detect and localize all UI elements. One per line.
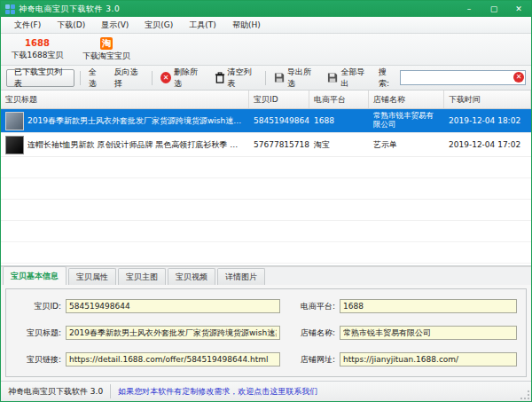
maximize-button[interactable]: ▢ [481, 1, 506, 17]
item-title-field[interactable] [66, 326, 280, 340]
platform-label: 电商平台: [280, 301, 335, 312]
close-button[interactable]: ✕ [506, 1, 531, 17]
list-toolbar: 已下载宝贝列表 全选 反向选择 ✕ 删除所选 清空列表 导出所选 [1, 66, 531, 91]
statusbar: 神奇电商宝贝下载软件 3.0 如果您对本软件有定制修改需求，欢迎点击这里联系我们 [1, 381, 531, 401]
contact-us-link[interactable]: 如果您对本软件有定制修改需求，欢迎点击这里联系我们 [118, 386, 317, 398]
search-input[interactable] [400, 70, 526, 85]
search-label: 搜索: [379, 67, 396, 90]
detail-panel: 宝贝ID: 宝贝标题: 宝贝链接: 电商平台: 店铺名称: 店铺网址: [1, 285, 531, 381]
export-selected-button[interactable]: 导出所选 [271, 65, 320, 91]
tab-video[interactable]: 宝贝视频 [168, 268, 215, 285]
main-toolbar: 1688 下载1688宝贝 淘 下载淘宝宝贝 [1, 34, 531, 66]
resize-grip[interactable] [520, 390, 529, 399]
empty-row [1, 200, 531, 221]
separator [265, 71, 266, 85]
product-thumbnail [5, 112, 24, 130]
taobao-logo-icon: 淘 [100, 37, 113, 50]
clear-search-icon[interactable]: ✕ [513, 72, 524, 83]
col-shop[interactable]: 店铺名称 [369, 91, 444, 108]
menu-help[interactable]: 帮助(H) [224, 18, 269, 33]
window-title: 神奇电商宝贝下载软件 3.0 [19, 4, 120, 15]
minimize-button[interactable]: – [457, 1, 481, 17]
save-icon [274, 72, 285, 83]
platform-field[interactable] [340, 299, 517, 313]
delete-icon: ✕ [160, 72, 171, 83]
shop-url-label: 店铺网址: [280, 354, 335, 366]
item-link-label: 宝贝链接: [10, 354, 61, 366]
menu-tools[interactable]: 工具(T) [181, 18, 224, 33]
trash-icon [215, 72, 225, 84]
downloaded-list-button[interactable]: 已下载宝贝列表 [6, 69, 74, 87]
menu-view[interactable]: 显示(V) [93, 18, 137, 33]
empty-row [1, 178, 531, 200]
basic-info-groupbox: 宝贝ID: 宝贝标题: 宝贝链接: 电商平台: 店铺名称: 店铺网址: [5, 288, 527, 377]
menu-item[interactable]: 宝贝(G) [137, 18, 181, 33]
separator [80, 71, 81, 85]
select-all-button[interactable]: 全选 [86, 65, 106, 91]
separator [110, 384, 111, 398]
tab-basic-info[interactable]: 宝贝基本信息 [3, 266, 66, 285]
invert-selection-button[interactable]: 反向选择 [112, 65, 147, 91]
table-row[interactable]: 2019春季新款男士风衣外套批发厂家货源跨境货源wish速卖通亚 5845194… [1, 109, 531, 133]
downloaded-items-table: 宝贝标题 宝贝ID 电商平台 店铺名称 下载时间 2019春季新款男士风衣外套批… [1, 91, 531, 266]
download-1688-button[interactable]: 1688 下载1688宝贝 [4, 35, 70, 64]
item-title-label: 宝贝标题: [10, 327, 61, 339]
save-icon [327, 72, 338, 83]
menubar: 文件(F) 下载(D) 显示(V) 宝贝(G) 工具(T) 帮助(H) [1, 17, 531, 34]
export-all-button[interactable]: 全部导出 [325, 65, 373, 91]
shop-url-field[interactable] [340, 352, 517, 367]
empty-row [1, 157, 531, 178]
1688-logo-icon: 1688 [25, 38, 50, 49]
delete-selected-button[interactable]: ✕ 删除所选 [158, 65, 207, 91]
separator [152, 71, 153, 85]
clear-list-button[interactable]: 清空列表 [212, 65, 261, 91]
table-row[interactable]: 连帽长袖t恤男新款 原创设计师品牌 黑色高领打底衫秋季 暗黑小众 5767781… [1, 133, 531, 157]
item-id-field[interactable] [66, 299, 280, 313]
shop-name-field[interactable] [340, 326, 517, 340]
col-id[interactable]: 宝贝ID [249, 91, 309, 108]
tab-detail-images[interactable]: 详情图片 [217, 268, 265, 285]
titlebar: 神奇电商宝贝下载软件 3.0 – ▢ ✕ [1, 1, 531, 17]
shop-name-label: 店铺名称: [280, 327, 335, 339]
menu-download[interactable]: 下载(D) [49, 18, 93, 33]
item-id-label: 宝贝ID: [10, 301, 61, 312]
table-header: 宝贝标题 宝贝ID 电商平台 店铺名称 下载时间 [1, 91, 531, 109]
status-app-name: 神奇电商宝贝下载软件 3.0 [8, 386, 103, 398]
detail-tabstrip: 宝贝基本信息 宝贝属性 宝贝主图 宝贝视频 详情图片 [1, 266, 531, 285]
app-window: 神奇电商宝贝下载软件 3.0 – ▢ ✕ 文件(F) 下载(D) 显示(V) 宝… [0, 0, 532, 402]
empty-row [1, 242, 531, 264]
download-taobao-button[interactable]: 淘 下载淘宝宝贝 [74, 35, 139, 64]
product-thumbnail [5, 136, 24, 154]
col-time[interactable]: 下载时间 [444, 91, 531, 108]
empty-row [1, 221, 531, 242]
col-title[interactable]: 宝贝标题 [1, 91, 249, 108]
item-link-field[interactable] [66, 352, 280, 367]
col-platform[interactable]: 电商平台 [309, 91, 369, 108]
menu-file[interactable]: 文件(F) [6, 18, 49, 33]
app-icon [5, 4, 15, 14]
tab-attributes[interactable]: 宝贝属性 [68, 268, 116, 285]
tab-main-images[interactable]: 宝贝主图 [118, 268, 166, 285]
